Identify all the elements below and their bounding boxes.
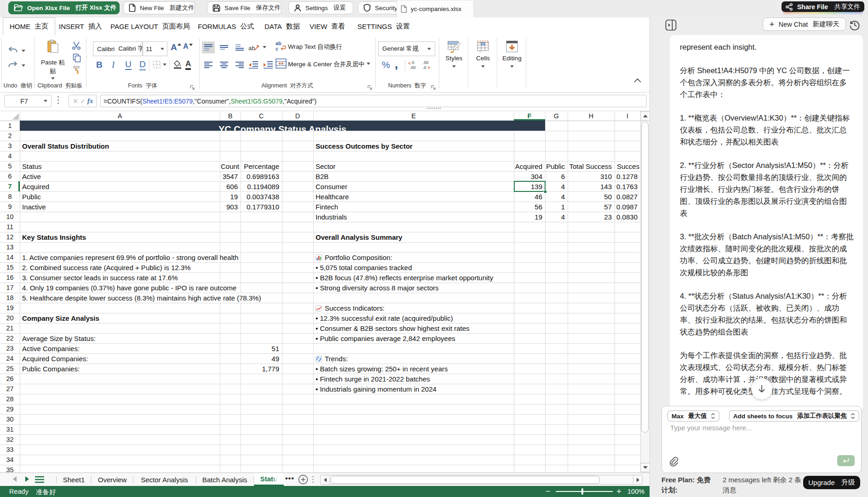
increase-decimal-icon[interactable]: .0.00 — [408, 60, 420, 70]
cell-E5[interactable]: Sector — [316, 162, 337, 171]
row-header-19[interactable]: 19 — [0, 303, 20, 313]
cell-F6[interactable]: 304 — [515, 172, 542, 181]
paste-dropdown-icon[interactable] — [51, 77, 55, 80]
cell-A6[interactable]: Active — [22, 172, 42, 181]
row-header-1[interactable]: 1 — [0, 121, 20, 131]
sheet-tab-statu[interactable]: Statu — [254, 473, 284, 486]
save-file-button[interactable]: Save File 保存文件 — [207, 1, 282, 14]
align-left-icon[interactable] — [202, 59, 215, 71]
paste-label[interactable]: Paste 粘贴 — [39, 58, 67, 75]
cell-F9[interactable]: 56 — [515, 202, 542, 212]
zoom-slider-track[interactable] — [556, 491, 613, 492]
formula-bar-grip[interactable] — [57, 96, 59, 106]
alignment-dialog-launcher-icon[interactable] — [368, 84, 372, 89]
numbers-dialog-launcher-icon[interactable] — [431, 84, 436, 89]
font-name-select[interactable]: CalibriCalibri 字体 — [93, 41, 143, 56]
sheet-tab-overview[interactable]: Overview — [92, 473, 133, 486]
sheet-tab-sector-analysis[interactable]: Sector Analysis — [133, 473, 195, 486]
ribbon-tab-formulas[interactable]: FORMULAS公式 — [198, 17, 254, 35]
column-header-D[interactable]: D — [282, 111, 313, 121]
fx-icon[interactable]: fx — [87, 97, 93, 105]
row-header-31[interactable]: 31 — [0, 424, 20, 434]
cell-E7[interactable]: Consumer — [316, 182, 349, 191]
wrap-text-icon[interactable]: abc — [276, 40, 287, 52]
row-header-29[interactable]: 29 — [0, 404, 20, 414]
cell-E27[interactable]: • Industrials gaining momentum in 2024 — [316, 384, 438, 394]
formula-bar-resize-grip[interactable] — [427, 108, 441, 109]
new-file-button[interactable]: New File 新建文件 — [123, 1, 195, 14]
undo-dropdown-icon[interactable] — [22, 50, 25, 52]
row-header-3[interactable]: 3 — [0, 141, 20, 151]
merge-center-label[interactable]: Merge & Center 合并及居中 — [288, 60, 365, 69]
cell-H7[interactable]: 143 — [569, 182, 612, 191]
increase-indent-icon[interactable] — [262, 59, 275, 71]
row-header-26[interactable]: 26 — [0, 374, 20, 384]
cell-B6[interactable]: 3547 — [221, 172, 238, 181]
cell-B9[interactable]: 903 — [221, 202, 238, 212]
cell-A7[interactable]: Acquired — [22, 182, 51, 191]
paste-icon[interactable] — [47, 40, 59, 53]
cell-A15[interactable]: 2. Combined success rate (Acquired + Pub… — [22, 263, 192, 272]
orientation-dropdown-icon[interactable] — [263, 46, 266, 48]
decrease-indent-icon[interactable] — [247, 59, 260, 71]
cut-icon[interactable] — [72, 41, 81, 50]
select-all-corner[interactable] — [0, 111, 20, 121]
cell-A23[interactable]: Active Companies: — [22, 344, 81, 353]
cell-C9[interactable]: 0.1779310 — [241, 202, 279, 212]
cell-E3[interactable]: Success Outcomes by Sector — [316, 141, 414, 151]
row-header-34[interactable]: 34 — [0, 455, 20, 465]
cell-E19[interactable]: Success Indicators: — [316, 303, 386, 313]
column-header-G[interactable]: G — [545, 111, 568, 121]
column-header-H[interactable]: H — [568, 111, 615, 121]
row-header-35[interactable]: 35 — [0, 465, 20, 472]
redo-icon[interactable] — [8, 61, 18, 69]
row-header-30[interactable]: 30 — [0, 414, 20, 424]
column-header-C[interactable]: C — [241, 111, 282, 121]
redo-dropdown-icon[interactable] — [22, 64, 25, 67]
ribbon-tab-home[interactable]: HOME主页 — [3, 17, 55, 35]
upgrade-button[interactable]: Upgrade 升级 — [803, 476, 860, 489]
ribbon-tab-page-layout[interactable]: PAGE LAYOUT页面布局 — [110, 17, 190, 35]
cell-E21[interactable]: • Consumer & B2B sectors show highest ex… — [316, 324, 471, 333]
cell-G7[interactable]: 4 — [546, 182, 565, 191]
column-header-A[interactable]: A — [20, 111, 220, 121]
collapse-panel-icon[interactable] — [665, 19, 677, 31]
column-header-E[interactable]: E — [313, 111, 514, 121]
cell-A22[interactable]: Average Size by Status: — [22, 334, 97, 343]
row-header-13[interactable]: 13 — [0, 242, 20, 252]
cell-C25[interactable]: 1,779 — [241, 364, 279, 374]
editing-button[interactable]: Editing — [498, 40, 526, 88]
merge-center-dropdown-icon[interactable] — [367, 63, 370, 65]
cell-E26[interactable]: • Fintech surge in 2021-2022 batches — [316, 374, 431, 384]
row-header-18[interactable]: 18 — [0, 293, 20, 303]
cell-E12[interactable]: Overall Analysis Summary — [316, 232, 404, 242]
cell-A3[interactable]: Overall Status Distribution — [22, 141, 110, 151]
bold-icon[interactable]: B — [96, 60, 103, 70]
cell-I7[interactable]: 0.1763 — [615, 182, 638, 191]
scroll-right-icon[interactable] — [633, 475, 642, 484]
row-header-8[interactable]: 8 — [0, 191, 20, 202]
cell-H5[interactable]: Total Success — [569, 162, 612, 171]
cell-I9[interactable]: 0.0987 — [615, 202, 638, 212]
row-header-10[interactable]: 10 — [0, 212, 20, 222]
cell-E17[interactable]: • Strong diversity across 8 major sector… — [316, 283, 440, 293]
ribbon-tab-view[interactable]: VIEW查看 — [310, 17, 345, 35]
file-tab[interactable]: yc-companies.xlsx — [397, 0, 474, 17]
hscroll-thumb[interactable] — [331, 476, 600, 484]
row-header-17[interactable]: 17 — [0, 283, 20, 293]
cell-A18[interactable]: 5. Healthcare despite lower success (8.3… — [22, 293, 262, 303]
row-header-9[interactable]: 9 — [0, 202, 20, 212]
cell-H6[interactable]: 310 — [569, 172, 612, 181]
row-header-27[interactable]: 27 — [0, 384, 20, 394]
selection-fill-handle[interactable] — [544, 190, 547, 193]
cell-C24[interactable]: 49 — [241, 354, 279, 364]
row-header-21[interactable]: 21 — [0, 323, 20, 333]
new-chat-button[interactable]: + New Chat 新建聊天 — [763, 17, 846, 31]
font-color-icon[interactable]: A — [185, 60, 191, 70]
cell-A5[interactable]: Status — [22, 162, 43, 171]
more-tabs-icon[interactable]: ••• — [285, 474, 294, 483]
scroll-down-grid-icon[interactable] — [640, 463, 650, 472]
cell-C6[interactable]: 0.6989163 — [241, 172, 279, 181]
sheetbar-grip[interactable] — [312, 476, 314, 483]
cell-A20[interactable]: Company Size Analysis — [22, 313, 101, 323]
